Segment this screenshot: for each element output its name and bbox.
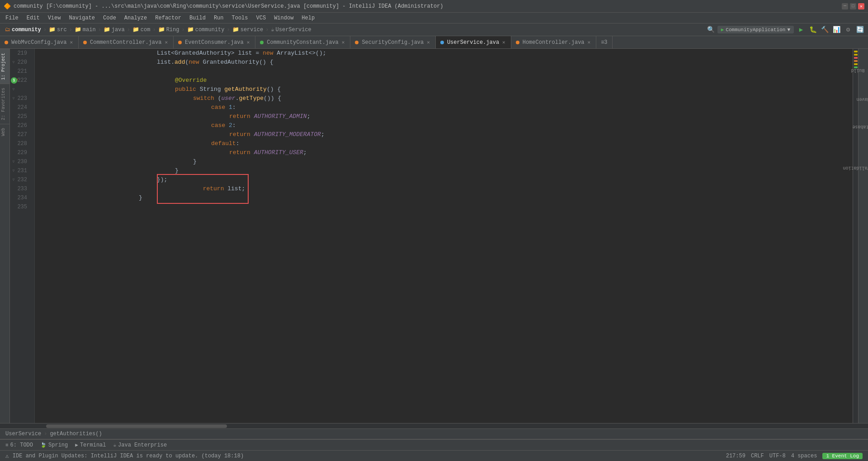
maximize-button[interactable]: □ bbox=[850, 3, 856, 9]
line-ending[interactable]: CRLF bbox=[751, 453, 764, 459]
tab-label-userservice: UserService.java bbox=[447, 39, 499, 46]
indent[interactable]: 4 spaces bbox=[791, 453, 817, 459]
nav-main[interactable]: 📁 main bbox=[73, 26, 97, 33]
update-button[interactable]: 🔄 bbox=[855, 25, 864, 34]
run-button[interactable]: ▶ bbox=[797, 25, 806, 34]
tab-close-webmvcconfig[interactable]: ✕ bbox=[69, 39, 74, 45]
java-icon: 📁 bbox=[104, 26, 110, 33]
scroll-mark-3 bbox=[854, 57, 858, 59]
cursor-position[interactable]: 217:59 bbox=[726, 453, 745, 459]
tab-close-homecontroller[interactable]: ✕ bbox=[587, 39, 592, 45]
menu-vcs[interactable]: VCS bbox=[253, 14, 270, 22]
nav-sep-3: › bbox=[98, 27, 101, 33]
menu-window[interactable]: Window bbox=[270, 14, 297, 22]
fold-223[interactable]: ▽ bbox=[11, 94, 16, 103]
menu-run[interactable]: Run bbox=[210, 14, 227, 22]
left-tab-favorites[interactable]: 2: Favorites bbox=[0, 84, 9, 124]
debug-button[interactable]: 🐛 bbox=[808, 25, 817, 34]
left-tab-project[interactable]: 1: Project bbox=[0, 49, 9, 84]
tab-close-communityconstant[interactable]: ✕ bbox=[341, 39, 346, 45]
close-button[interactable]: ✕ bbox=[858, 3, 864, 9]
run-config-selector[interactable]: ▶ CommunityApplication ▼ bbox=[717, 26, 794, 33]
fold-222b[interactable]: ▽ bbox=[11, 85, 16, 94]
fold-231[interactable]: ▽ bbox=[11, 166, 16, 175]
code-area[interactable]: List<GrantedAuthority> list = new ArrayL… bbox=[35, 49, 853, 423]
fold-230[interactable]: ▽ bbox=[11, 157, 16, 166]
right-tab-maven[interactable]: Maven bbox=[854, 96, 868, 103]
menu-build[interactable]: Build bbox=[186, 14, 209, 22]
nav-userservice[interactable]: ☕ UserService bbox=[269, 26, 312, 33]
tabs-bar: WebMvcConfig.java ✕ CommentController.ja… bbox=[0, 36, 868, 49]
fold-232[interactable]: ▽ bbox=[11, 175, 16, 184]
java-file-icon: ☕ bbox=[271, 26, 274, 33]
bnav-getauthorities[interactable]: getAuthorities() bbox=[50, 431, 102, 437]
menu-refactor[interactable]: Refactor bbox=[151, 14, 185, 22]
search-nav-icon[interactable]: 🔍 bbox=[707, 26, 715, 33]
bnav-userservice[interactable]: UserService bbox=[5, 431, 41, 437]
encoding[interactable]: UTF-8 bbox=[769, 453, 786, 459]
line-num-233: 233 bbox=[10, 184, 31, 193]
menu-navigate[interactable]: Navigate bbox=[65, 14, 99, 22]
bottom-tab-javaenterprise[interactable]: ☕ Java Enterprise bbox=[111, 442, 169, 448]
nav-label-main: main bbox=[83, 27, 96, 33]
tab-communityconstant[interactable]: CommunityConstant.java ✕ bbox=[255, 36, 350, 49]
menu-code[interactable]: Code bbox=[99, 14, 120, 22]
nav-sep-4: › bbox=[127, 27, 130, 33]
horizontal-scrollbar[interactable] bbox=[0, 423, 868, 428]
tab-dot-commentcontroller bbox=[83, 41, 87, 44]
menu-view[interactable]: View bbox=[44, 14, 65, 22]
nav-ring[interactable]: 📁 Ring bbox=[157, 26, 181, 33]
line-num-225: 225 bbox=[10, 112, 31, 121]
left-tab-web[interactable]: Web bbox=[0, 124, 9, 140]
profile-button[interactable]: ⚙ bbox=[844, 25, 853, 34]
tab-dot-eventconsumer bbox=[178, 41, 182, 44]
tab-userservice[interactable]: UserService.java ✕ bbox=[436, 36, 511, 49]
tab-close-commentcontroller[interactable]: ✕ bbox=[164, 39, 169, 45]
title-text: community [F:\community] - ...\src\main\… bbox=[14, 3, 443, 9]
nav-com[interactable]: 📁 com bbox=[131, 26, 152, 33]
nav-bar: 🗂 community › 📁 src › 📁 main › 📁 java › … bbox=[0, 24, 868, 36]
nav-java[interactable]: 📁 java bbox=[102, 26, 126, 33]
line-num-223: ▽ 223 bbox=[10, 94, 31, 103]
event-log-button[interactable]: 1 Event Log bbox=[822, 453, 863, 459]
com-icon: 📁 bbox=[132, 26, 139, 33]
fold-220[interactable]: ▽ bbox=[11, 58, 16, 67]
right-tab-beanvalidation[interactable]: Bean Validation bbox=[840, 165, 868, 171]
menu-file[interactable]: File bbox=[2, 14, 22, 22]
bottom-tab-spring[interactable]: 🍃 Spring bbox=[38, 442, 70, 448]
status-message: IDE and Plugin Updates: IntelliJ IDEA is… bbox=[13, 453, 244, 459]
minimize-button[interactable]: ─ bbox=[842, 3, 848, 9]
tab-more[interactable]: ≡3 bbox=[596, 36, 612, 49]
menu-bar: File Edit View Navigate Code Analyze Ref… bbox=[0, 13, 868, 24]
terminal-icon: ▶ bbox=[75, 442, 78, 448]
coverage-button[interactable]: 📊 bbox=[832, 25, 841, 34]
nav-service[interactable]: 📁 service bbox=[231, 26, 264, 33]
menu-help[interactable]: Help bbox=[298, 14, 318, 22]
tab-securityconfig[interactable]: SecurityConfig.java ✕ bbox=[350, 36, 435, 49]
right-tab-database[interactable]: Database bbox=[849, 123, 868, 130]
tab-commentcontroller[interactable]: CommentController.java ✕ bbox=[79, 36, 174, 49]
scrollbar-thumb[interactable] bbox=[46, 424, 227, 428]
tab-dot-userservice bbox=[440, 41, 444, 44]
tab-close-securityconfig[interactable]: ✕ bbox=[426, 39, 431, 45]
menu-edit[interactable]: Edit bbox=[23, 14, 43, 22]
tab-webmvcconfig[interactable]: WebMvcConfig.java ✕ bbox=[0, 36, 79, 49]
tab-close-userservice[interactable]: ✕ bbox=[501, 39, 506, 45]
menu-analyze[interactable]: Analyze bbox=[121, 14, 151, 22]
nav-community2[interactable]: 📁 community bbox=[186, 26, 226, 33]
menu-tools[interactable]: Tools bbox=[228, 14, 252, 22]
tab-close-eventconsumer[interactable]: ✕ bbox=[246, 39, 251, 45]
right-tab-artbuild[interactable]: Art Build bbox=[848, 67, 868, 74]
tab-homecontroller[interactable]: HomeController.java ✕ bbox=[511, 36, 596, 49]
bottom-tab-todo[interactable]: ≡ 6: TODO bbox=[4, 442, 35, 448]
nav-src[interactable]: 📁 src bbox=[47, 26, 68, 33]
nav-sep-1: › bbox=[43, 27, 47, 33]
bottom-tab-terminal[interactable]: ▶ Terminal bbox=[73, 442, 108, 448]
terminal-label: Terminal bbox=[80, 442, 106, 448]
breadcrumb: 🗂 community › 📁 src › 📁 main › 📁 java › … bbox=[4, 26, 313, 33]
tab-eventconsumer[interactable]: EventConsumer.java ✕ bbox=[174, 36, 255, 49]
build-button[interactable]: 🔨 bbox=[820, 25, 829, 34]
scroll-indicator[interactable] bbox=[853, 49, 858, 423]
nav-community[interactable]: 🗂 community bbox=[4, 26, 42, 33]
scroll-mark-2 bbox=[854, 54, 858, 56]
